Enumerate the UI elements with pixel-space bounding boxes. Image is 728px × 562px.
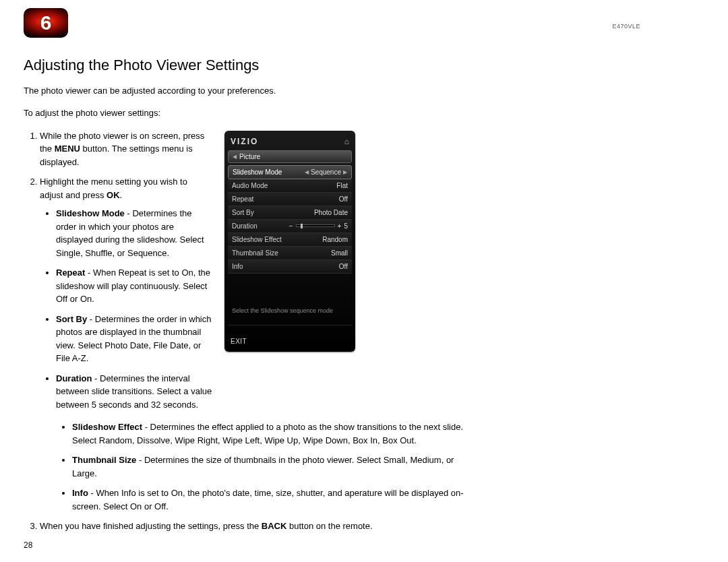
model-number: E470VLE [612, 23, 640, 30]
osd-logo: VIZIO [231, 137, 258, 146]
minus-icon: − [289, 222, 293, 230]
chapter-number: 6 [40, 11, 52, 34]
steps-list: While the photo viewer is on screen, pre… [24, 129, 212, 412]
option-slideshow-effect: Slideshow Effect - Determines the effect… [72, 420, 474, 447]
osd-exit[interactable]: EXIT [228, 325, 352, 346]
left-arrow-icon: ◀ [305, 169, 309, 175]
step-3: When you have finished adjusting the set… [40, 520, 495, 533]
osd-row-duration[interactable]: Duration − + 5 [228, 220, 352, 233]
chapter-badge: 6 [24, 8, 68, 38]
option-slideshow-mode: Slideshow Mode - Determines the order in… [56, 207, 212, 259]
options-list-wide: Slideshow Effect - Determines the effect… [56, 420, 474, 513]
osd-row-info[interactable]: Info Off [228, 260, 352, 274]
duration-slider[interactable] [296, 224, 335, 227]
options-list-narrow: Slideshow Mode - Determines the order in… [40, 207, 212, 411]
osd-row-effect[interactable]: Slideshow Effect Random [228, 233, 352, 247]
section-title: Adjusting the Photo Viewer Settings [24, 57, 704, 74]
option-sort-by: Sort By - Determines the order in which … [56, 313, 212, 365]
intro-paragraph-1: The photo viewer can be adjusted accordi… [24, 85, 704, 98]
steps-list-continued: When you have finished adjusting the set… [24, 520, 495, 533]
option-repeat: Repeat - When Repeat is set to On, the s… [56, 266, 212, 306]
osd-row-slideshow-mode[interactable]: Slideshow Mode ◀Sequence▶ [228, 165, 352, 179]
page-number: 28 [24, 540, 32, 550]
osd-breadcrumb: ◀ Picture [228, 150, 352, 163]
osd-row-thumbnail[interactable]: Thumbnail Size Small [228, 247, 352, 260]
back-arrow-icon: ◀ [233, 154, 237, 160]
right-arrow-icon: ▶ [343, 169, 347, 175]
option-thumbnail-size: Thumbnail Size - Determines the size of … [72, 454, 474, 480]
option-duration: Duration - Determines the interval betwe… [56, 372, 212, 412]
plus-icon: + [338, 222, 342, 230]
step-1: While the photo viewer is on screen, pre… [40, 129, 212, 169]
osd-row-audio-mode[interactable]: Audio Mode Flat [228, 179, 352, 193]
step-2: Highlight the menu setting you wish to a… [40, 175, 212, 411]
osd-row-repeat[interactable]: Repeat Off [228, 193, 352, 206]
option-info: Info - When Info is set to On, the photo… [72, 487, 474, 513]
intro-paragraph-2: To adjust the photo viewer settings: [24, 107, 704, 120]
osd-hint: Select the Slideshow sequence mode [228, 274, 352, 321]
osd-row-sort-by[interactable]: Sort By Photo Date [228, 206, 352, 220]
tv-osd-menu: VIZIO ⌂ ◀ Picture Slideshow Mode ◀Sequen… [224, 131, 355, 352]
home-icon: ⌂ [344, 137, 349, 146]
